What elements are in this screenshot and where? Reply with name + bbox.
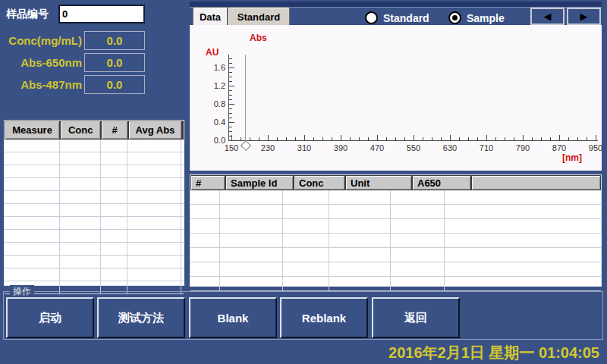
sample-table-header-conc[interactable]: Conc [294,175,345,190]
sample-table-header-num[interactable]: # [190,175,225,190]
x-tick-label: 470 [363,143,391,152]
sample-table-header-unit[interactable]: Unit [345,175,412,190]
radio-sample-circle[interactable] [448,11,461,24]
sample-table: # Sample Id Conc Unit A650 [190,174,602,287]
chart-ylabel: AU [206,47,219,58]
x-tick-label: 550 [400,143,427,152]
measure-table-header-num[interactable]: # [101,121,128,140]
y-tick-label: 1.2 [197,81,225,90]
x-tick-label: 390 [327,143,354,152]
y-tick-label: 1.6 [197,63,225,72]
radio-standard-circle[interactable] [365,11,378,24]
tab-data[interactable]: Data [193,7,228,26]
x-tick-label: 710 [473,143,500,152]
x-tick-label: 790 [509,143,536,152]
table-row[interactable] [190,190,601,205]
start-button[interactable]: 启动 [6,297,94,338]
chart-cursor-line[interactable] [245,55,246,140]
chart-title: Abs [250,33,267,43]
radio-standard[interactable]: Standard [365,11,429,24]
table-row[interactable] [190,277,601,291]
table-row[interactable] [5,256,184,268]
table-row[interactable] [190,234,601,248]
measure-table-header-conc[interactable]: Conc [60,121,101,140]
pager-right-button[interactable]: ▶ [567,8,601,25]
table-row[interactable] [5,140,184,152]
sample-table-header-a650[interactable]: A650 [412,175,471,190]
radio-sample[interactable]: Sample [448,11,505,24]
abs650-value: 0.0 [84,53,145,72]
x-tick-label: 950 [582,143,607,152]
sample-no-label: 样品编号 [6,8,49,21]
table-row[interactable] [5,191,184,204]
reblank-button[interactable]: Reblank [280,297,368,338]
table-row[interactable] [5,268,184,281]
blank-button[interactable]: Blank [189,297,277,338]
table-row[interactable] [5,204,184,217]
table-row[interactable] [5,152,184,165]
abs487-value: 0.0 [84,75,145,94]
radio-standard-label: Standard [383,12,429,24]
radio-sample-label: Sample [467,12,505,24]
table-row[interactable] [190,219,601,234]
table-row[interactable] [5,178,184,191]
conc-label: Conc(mg/mL) [0,34,82,47]
measure-table-body[interactable] [5,140,184,294]
actions-group-label: 操作 [10,285,34,298]
chart-xlabel: [nm] [562,152,582,163]
spectrum-chart: Abs AU [nm] 0.00.40.81.21.61502303103904… [190,25,602,171]
x-tick-label: 630 [436,143,464,152]
abs487-label: Abs-487nm [0,78,82,91]
sample-table-header-filler [471,175,601,190]
x-tick-label: 870 [546,143,573,152]
pager-left-button[interactable]: ◀ [530,8,565,25]
table-row[interactable] [5,165,184,178]
y-tick-label: 0.8 [197,99,225,108]
x-tick-label: 310 [291,143,318,152]
abs650-label: Abs-650nm [0,56,82,69]
measure-table-header-avgabs[interactable]: Avg Abs [128,121,182,140]
table-row[interactable] [5,243,184,256]
test-method-button[interactable]: 测试方法 [97,297,185,338]
measure-table-header-measure[interactable]: Measure [5,121,60,140]
table-row[interactable] [5,230,184,243]
table-row[interactable] [190,248,601,262]
sample-no-input[interactable] [58,5,145,24]
arrow-left-icon: ◀ [544,11,552,22]
datetime-display: 2016年2月1日 星期一 01:04:05 [388,343,599,363]
instrument-screen: 样品编号 Conc(mg/mL) 0.0 Abs-650nm 0.0 Abs-4… [0,0,607,364]
conc-value: 0.0 [84,31,145,50]
sample-table-body[interactable] [190,190,601,291]
arrow-right-icon: ▶ [580,11,588,22]
table-row[interactable] [190,262,601,277]
measure-table: Measure Conc # Avg Abs [4,120,184,286]
table-row[interactable] [190,205,601,219]
table-row[interactable] [5,217,184,230]
tab-standard[interactable]: Standard [228,7,290,26]
return-button[interactable]: 返回 [372,297,460,338]
sample-table-header-sampleid[interactable]: Sample Id [225,175,294,190]
measure-table-header-filler [182,121,184,140]
x-tick-label: 230 [254,143,281,152]
y-tick-label: 0.4 [197,118,225,127]
